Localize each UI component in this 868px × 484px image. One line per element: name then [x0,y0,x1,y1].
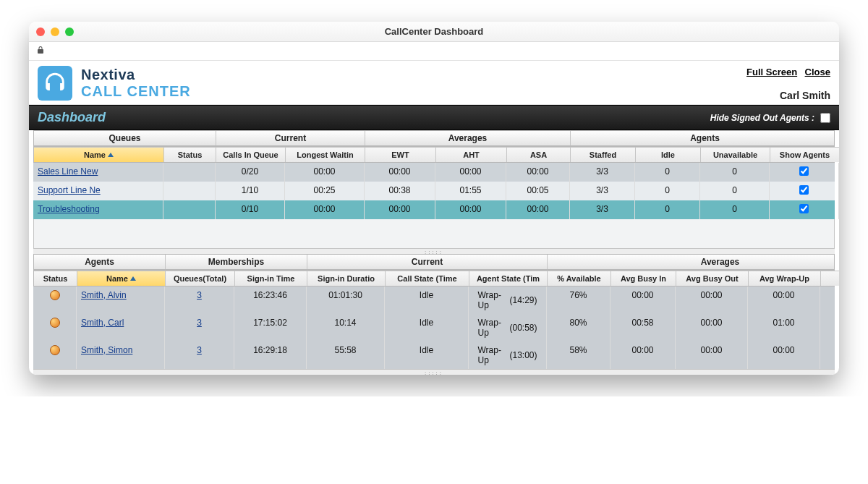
user-name: Carl Smith [742,90,830,101]
queue-name-link[interactable]: Support Line Ne [38,185,101,195]
acol-queues-total[interactable]: Queues(Total) [166,271,235,286]
queue-longest: 00:00 [285,163,365,182]
col-asa[interactable]: ASA [507,147,571,162]
group-agents: Agents [571,131,839,145]
queue-asa: 00:05 [506,182,570,200]
queue-calls: 0/20 [216,163,285,182]
agent-signin-time: 17:15:02 [234,314,307,341]
queue-staffed: 3/3 [570,163,635,182]
agent-pct-available: 80% [547,314,610,341]
agent-busy-in: 00:00 [610,341,676,369]
queue-aht: 00:00 [435,163,506,182]
agent-name-link[interactable]: Smith, Alvin [81,290,127,300]
queue-name-link[interactable]: Sales Line New [38,166,98,177]
group-current: Current [216,131,365,145]
agent-signin-dur: 10:14 [307,314,385,341]
queue-staffed: 3/3 [570,200,635,219]
agent-row[interactable]: Smith, Simon316:29:1855:58IdleWrap-Up(13… [33,341,835,369]
agent-busy-in: 00:58 [610,314,676,341]
fullscreen-link[interactable]: Full Screen [746,67,797,77]
agent-row[interactable]: Smith, Carl317:15:0210:14IdleWrap-Up(00:… [33,314,835,341]
brand-line1: Nextiva [81,67,191,83]
col-status[interactable]: Status [164,147,216,162]
agent-name-link[interactable]: Smith, Simon [81,345,132,355]
close-link[interactable]: Close [805,67,830,77]
titlebar: CallCenter Dashboard [29,22,839,42]
queue-status [163,163,216,182]
col-name[interactable]: Name [34,147,164,162]
queues-empty-area [33,219,835,248]
col-calls-in-queue[interactable]: Calls In Queue [216,147,286,162]
acol-status[interactable]: Status [34,271,77,286]
show-agents-checkbox[interactable] [799,185,809,195]
agent-name-link[interactable]: Smith, Carl [81,318,124,328]
queue-status [163,200,216,219]
bottom-divider: ::::: [33,369,835,375]
brand-line2: CALL CENTER [81,83,191,100]
acol-wrap-up[interactable]: Avg Wrap-Up [749,271,821,286]
agent-call-state: Idle [385,286,469,314]
agroup-agents: Agents [34,255,166,269]
col-aht[interactable]: AHT [436,147,507,162]
agent-wrap-up: 00:00 [748,286,820,314]
col-ewt[interactable]: EWT [365,147,436,162]
agent-signin-dur: 01:01:30 [307,286,385,314]
acol-busy-out[interactable]: Avg Busy Out [676,271,749,286]
acol-name[interactable]: Name [77,271,166,286]
queue-idle: 0 [635,163,700,182]
show-agents-checkbox[interactable] [799,204,809,213]
queue-unavailable: 0 [700,182,770,200]
agroup-current: Current [307,255,548,269]
queue-asa: 00:00 [506,200,570,219]
agent-pct-available: 58% [547,341,610,369]
queue-aht: 00:00 [435,200,506,219]
acol-signin-time[interactable]: Sign-in Time [235,271,307,286]
queue-idle: 0 [635,200,700,219]
agent-state: Wrap-Up(00:58) [469,314,547,341]
acol-agent-state[interactable]: Agent State (Tim [469,271,548,286]
col-staffed[interactable]: Staffed [571,147,636,162]
queue-longest: 00:25 [285,182,365,200]
show-agents-checkbox[interactable] [799,166,809,176]
agent-wrap-up: 00:00 [748,341,820,369]
queue-ewt: 00:38 [365,182,435,200]
agent-queues-link[interactable]: 3 [197,345,202,355]
agent-busy-out: 00:00 [676,314,748,341]
acol-call-state[interactable]: Call State (Time [386,271,469,286]
group-queues: Queues [34,131,216,145]
agent-queues-link[interactable]: 3 [197,290,202,300]
agent-signin-time: 16:29:18 [234,341,307,369]
queue-calls: 1/10 [216,182,285,200]
queue-row[interactable]: Support Line Ne1/1000:2500:3801:5500:053… [33,182,835,200]
queue-row[interactable]: Troubleshooting0/1000:0000:0000:0000:003… [33,200,835,219]
splitter[interactable]: ::::: [33,248,835,254]
agent-wrap-up: 01:00 [748,314,820,341]
col-unavailable[interactable]: Unavailable [701,147,770,162]
agroup-memberships: Memberships [166,255,307,269]
queue-ewt: 00:00 [365,200,435,219]
dashboard-title: Dashboard [38,110,106,125]
queue-longest: 00:00 [285,200,365,219]
queue-name-link[interactable]: Troubleshooting [38,204,100,214]
queue-row[interactable]: Sales Line New0/2000:0000:0000:0000:003/… [33,163,835,182]
agent-busy-out: 00:00 [676,341,748,369]
agent-row[interactable]: Smith, Alvin316:23:4601:01:30IdleWrap-Up… [33,286,835,314]
toolbar [29,42,839,61]
queue-calls: 0/10 [216,200,285,219]
agent-queues-link[interactable]: 3 [197,318,202,328]
window-title: CallCenter Dashboard [29,26,839,37]
queue-ewt: 00:00 [365,163,435,182]
hide-signed-out-checkbox[interactable] [820,113,830,123]
queue-unavailable: 0 [700,163,770,182]
col-show-agents[interactable]: Show Agents [770,147,839,162]
col-longest-wait[interactable]: Longest Waitin [286,147,365,162]
col-idle[interactable]: Idle [636,147,701,162]
acol-signin-duration[interactable]: Sign-in Duratio [307,271,386,286]
queue-status [163,182,216,200]
acol-pct-available[interactable]: % Available [548,271,611,286]
agent-state: Wrap-Up(13:00) [469,341,547,369]
acol-busy-in[interactable]: Avg Busy In [611,271,676,286]
queue-unavailable: 0 [700,200,770,219]
agent-pct-available: 76% [547,286,610,314]
lock-icon [36,46,45,56]
